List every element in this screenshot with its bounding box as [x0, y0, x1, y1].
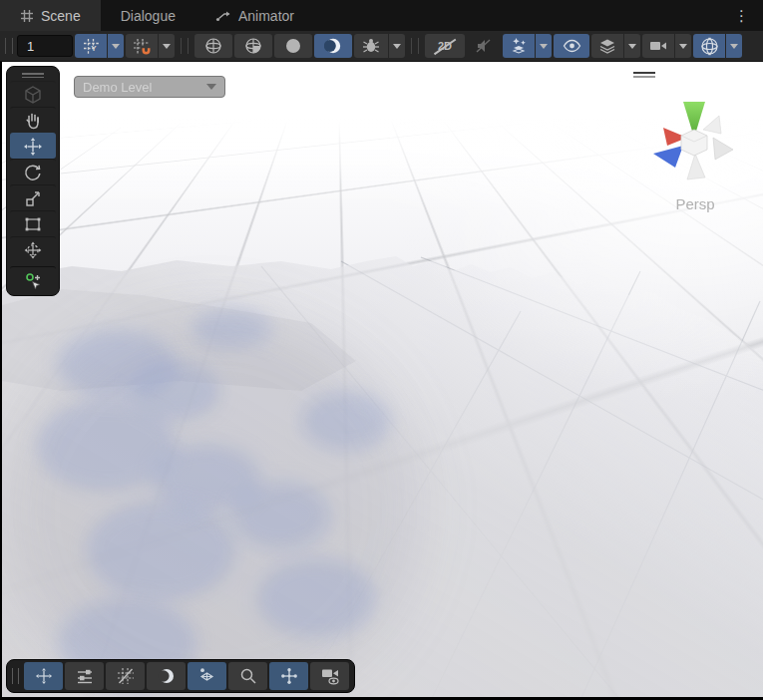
cube-icon — [23, 85, 43, 105]
scene-viewport[interactable]: Demo Level — [0, 62, 763, 700]
snap-increment-split-button — [126, 34, 175, 58]
scene-view-window: Scene Dialogue Animator ⋮ — [0, 0, 763, 700]
effects-toggle-button[interactable] — [503, 34, 535, 58]
move-arrows-icon — [35, 667, 53, 685]
chevron-down-icon — [540, 44, 548, 49]
pan-tool-button[interactable] — [10, 107, 56, 133]
grid-y-icon: Y — [83, 38, 100, 55]
magnifier-icon — [239, 667, 257, 685]
sliders-icon — [76, 667, 94, 685]
effects-dropdown[interactable] — [536, 34, 552, 58]
tab-animator[interactable]: Animator — [195, 0, 314, 31]
rect-tool-button[interactable] — [10, 210, 56, 236]
tool-settings-overlay-button[interactable] — [65, 662, 104, 690]
chevron-down-icon — [679, 44, 687, 49]
sphere-half-icon — [244, 37, 262, 55]
camera-settings-button[interactable] — [642, 34, 674, 58]
orientation-overlay-button[interactable] — [188, 662, 226, 690]
kebab-menu-icon[interactable]: ⋮ — [728, 0, 755, 31]
camera-settings-dropdown[interactable] — [675, 34, 691, 58]
view-options-overlay-button[interactable] — [147, 662, 186, 690]
grid-size-input[interactable] — [17, 35, 73, 57]
sparkles-icon — [510, 37, 528, 55]
scale-icon — [23, 188, 43, 208]
overlays-drag-handle[interactable] — [12, 668, 19, 684]
tab-label: Animator — [238, 8, 294, 24]
camera-eye-icon — [320, 667, 340, 685]
gizmos-dropdown[interactable] — [726, 34, 742, 58]
chevron-down-icon — [730, 44, 738, 49]
grid-icon — [20, 9, 34, 23]
debug-draw-button[interactable] — [354, 34, 388, 58]
tools-overlay-button[interactable] — [24, 662, 63, 690]
camera-settings-split-button — [642, 34, 691, 58]
snap-overlay-button[interactable] — [269, 662, 308, 690]
overlays-toolbar — [6, 659, 355, 693]
transform-tool-button[interactable] — [10, 236, 56, 262]
rotate-tool-button[interactable] — [10, 159, 56, 184]
camera-preview-overlay-button[interactable] — [310, 662, 349, 690]
lighting-toggle-button[interactable] — [314, 34, 352, 58]
snap-increment-button[interactable] — [126, 34, 158, 58]
speaker-muted-icon — [475, 38, 493, 54]
toolbar-separator — [181, 38, 189, 54]
debug-draw-split-button — [354, 34, 405, 58]
chevron-down-icon — [163, 44, 171, 49]
level-select-dropdown[interactable]: Demo Level — [74, 76, 225, 98]
layers-button[interactable] — [591, 34, 623, 58]
moon-icon — [158, 667, 176, 685]
two-d-slash-icon: 2D — [434, 40, 456, 52]
grid-visibility-button[interactable]: Y — [75, 34, 107, 58]
projection-toggle-label[interactable]: Persp — [647, 195, 743, 212]
gizmos-toggle-button[interactable] — [693, 34, 725, 58]
grid-visibility-split-button: Y — [75, 34, 124, 58]
shading-wireframe-button[interactable] — [194, 34, 232, 58]
gizmo-sphere-icon — [700, 37, 719, 56]
shading-shaded-wireframe-button[interactable] — [234, 34, 272, 58]
chevron-down-icon — [112, 44, 120, 49]
tab-scene[interactable]: Scene — [0, 0, 101, 31]
grid-visibility-dropdown[interactable] — [108, 34, 124, 58]
snap-increment-dropdown[interactable] — [159, 34, 175, 58]
orientation-gizmo[interactable]: Persp — [647, 92, 743, 212]
camera-icon — [649, 39, 668, 53]
shading-shaded-button[interactable] — [274, 34, 312, 58]
tab-label: Scene — [41, 8, 81, 24]
move-tool-button[interactable] — [10, 133, 56, 159]
scene-visibility-button[interactable] — [554, 34, 589, 58]
axis-gizmo-icon — [647, 92, 743, 187]
tools-overlay-panel — [6, 66, 60, 296]
tab-label: Dialogue — [121, 8, 176, 24]
effects-split-button — [503, 34, 552, 58]
move-arrows-icon — [23, 137, 43, 157]
tab-dialogue[interactable]: Dialogue — [101, 0, 195, 31]
moon-icon — [324, 37, 342, 55]
search-overlay-button[interactable] — [228, 662, 267, 690]
chevron-down-icon — [628, 44, 636, 49]
2d-view-toggle-button[interactable]: 2D — [425, 34, 465, 58]
layers-icon — [598, 38, 616, 54]
toolbar-separator — [411, 38, 419, 54]
overlay-drag-handle[interactable] — [633, 72, 655, 78]
transform-combo-icon — [23, 240, 43, 260]
debug-draw-dropdown[interactable] — [389, 34, 405, 58]
chevron-down-icon — [206, 84, 216, 90]
rotate-icon — [23, 163, 43, 182]
vertex-snap-icon — [280, 667, 298, 685]
toolbar-drag-handle[interactable] — [5, 38, 13, 54]
sphere-solid-icon — [284, 37, 302, 55]
audio-toggle-button[interactable] — [467, 34, 501, 58]
layers-dropdown[interactable] — [624, 34, 640, 58]
grid-snap-overlay-button[interactable] — [106, 662, 145, 690]
gizmos-split-button — [693, 34, 742, 58]
chevron-down-icon — [393, 44, 401, 49]
view-tool-button[interactable] — [10, 81, 56, 107]
custom-editor-tool-button[interactable] — [10, 266, 56, 292]
layers-split-button — [591, 34, 640, 58]
terrain-shadow — [2, 311, 421, 700]
tools-overlay-drag-handle[interactable] — [10, 70, 56, 81]
scene-toolbar: Y — [0, 31, 763, 62]
scale-tool-button[interactable] — [10, 184, 56, 210]
level-select-value: Demo Level — [83, 80, 152, 95]
diamond-dot-icon — [197, 667, 216, 685]
